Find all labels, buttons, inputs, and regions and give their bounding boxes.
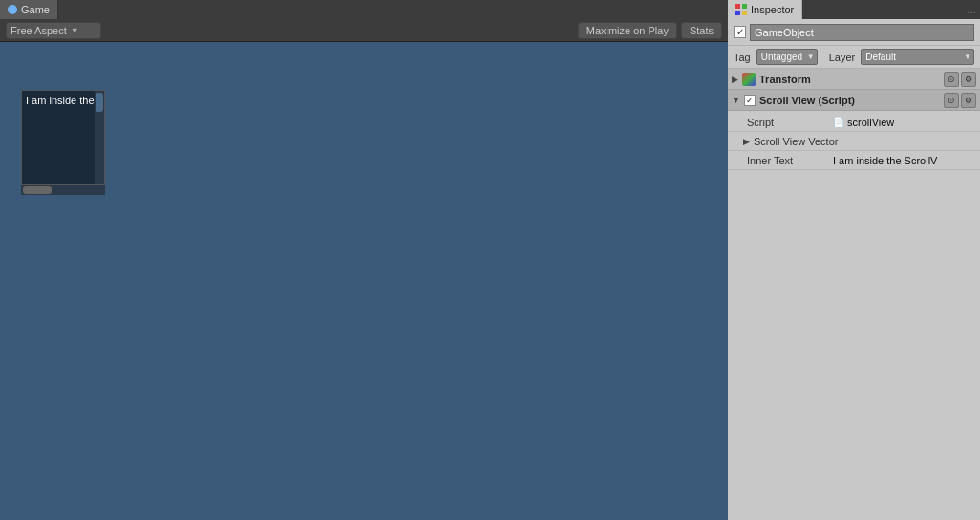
- scroll-thumb-vertical[interactable]: [96, 93, 103, 112]
- scroll-view-text: I am inside the: [22, 91, 104, 110]
- game-tab-bar: Game —: [0, 0, 728, 19]
- tag-label: Tag: [734, 52, 751, 63]
- transform-title: Transform: [759, 74, 944, 85]
- transform-reference-btn[interactable]: ⊙: [944, 72, 959, 87]
- layer-select-wrap: Default ▼: [861, 49, 974, 65]
- scroll-view-inner[interactable]: I am inside the: [21, 90, 105, 185]
- scrollview-component-header[interactable]: ▼ ✓ Scroll View (Script) ⊙ ⚙: [728, 90, 980, 111]
- inner-text-label: Inner Text: [747, 155, 833, 166]
- stats-button[interactable]: Stats: [681, 22, 722, 39]
- inspector-tab-controls: …: [967, 3, 980, 16]
- inspector-tab-label: Inspector: [751, 4, 794, 15]
- scroll-view-vector-row[interactable]: ▶ Scroll View Vector: [728, 132, 980, 151]
- scrollview-props: Script 📄 scrollView ▶ Scroll View Vector…: [728, 111, 980, 172]
- inner-text-value: I am inside the ScrollV: [833, 155, 972, 166]
- script-prop-value: 📄 scrollView: [833, 117, 972, 128]
- transform-buttons: ⊙ ⚙: [944, 72, 976, 87]
- aspect-arrow-icon: ▼: [71, 26, 79, 35]
- transform-component-header[interactable]: ▶ Transform ⊙ ⚙: [728, 69, 980, 90]
- gameobject-header: ✓: [728, 19, 980, 46]
- game-tab-minimize[interactable]: —: [707, 5, 724, 15]
- scroll-view-widget: I am inside the: [21, 90, 115, 205]
- game-tab-label: Game: [21, 4, 50, 15]
- scrollview-title: Scroll View (Script): [759, 95, 944, 106]
- scrollbar-vertical[interactable]: [95, 91, 104, 184]
- reference-icon: ⊙: [948, 75, 955, 84]
- script-prop-label: Script: [747, 117, 833, 128]
- checkbox-check-icon: ✓: [736, 27, 744, 37]
- aspect-select[interactable]: Free Aspect ▼: [6, 22, 101, 39]
- game-viewport: I am inside the: [0, 42, 728, 520]
- tag-select-wrap: Untagged ▼: [756, 49, 818, 65]
- transform-settings-btn[interactable]: ⚙: [961, 72, 976, 87]
- game-tab-icon: [8, 5, 17, 14]
- inner-text-row: Inner Text I am inside the ScrollV: [728, 151, 980, 170]
- script-file-icon: 📄: [833, 117, 844, 127]
- tab-controls: —: [707, 5, 728, 15]
- scrollbar-horizontal[interactable]: [21, 185, 105, 195]
- scrollview-buttons: ⊙ ⚙: [944, 93, 976, 108]
- tag-layer-row: Tag Untagged ▼ Layer Default ▼: [728, 46, 980, 69]
- scrollview-settings-icon: ⚙: [965, 96, 972, 105]
- gameobject-checkbox[interactable]: ✓: [734, 26, 746, 38]
- svg-rect-3: [742, 11, 747, 15]
- script-value-text: scrollView: [847, 117, 894, 128]
- settings-icon: ⚙: [965, 75, 972, 84]
- scroll-view-vector-arrow-icon: ▶: [743, 137, 750, 146]
- layer-label: Layer: [829, 52, 856, 63]
- gameobject-name-input[interactable]: [750, 24, 974, 41]
- svg-rect-1: [742, 4, 747, 9]
- scrollview-ref-icon: ⊙: [948, 96, 955, 105]
- svg-rect-0: [735, 4, 740, 9]
- aspect-label: Free Aspect: [11, 25, 67, 36]
- game-tab[interactable]: Game: [0, 0, 58, 19]
- tag-select[interactable]: Untagged: [756, 49, 818, 65]
- svg-rect-2: [735, 11, 740, 15]
- game-toolbar: Free Aspect ▼ Maximize on Play Stats: [0, 19, 728, 42]
- layer-select[interactable]: Default: [861, 49, 974, 65]
- scrollview-reference-btn[interactable]: ⊙: [944, 93, 959, 108]
- script-prop-row: Script 📄 scrollView: [728, 113, 980, 132]
- inspector-tab[interactable]: Inspector: [728, 0, 802, 19]
- scrollview-checkbox[interactable]: ✓: [744, 95, 756, 106]
- inspector-tab-bar: Inspector …: [728, 0, 980, 19]
- scrollview-check-icon: ✓: [746, 96, 754, 105]
- toolbar-right: Maximize on Play Stats: [578, 22, 722, 39]
- maximize-on-play-button[interactable]: Maximize on Play: [578, 22, 677, 39]
- scrollview-settings-btn[interactable]: ⚙: [961, 93, 976, 108]
- inspector-tab-minimize[interactable]: …: [967, 5, 976, 15]
- transform-color-icon: [742, 73, 756, 86]
- scroll-view-vector-label: Scroll View Vector: [754, 136, 838, 147]
- transform-collapse-arrow-icon: ▶: [732, 75, 738, 84]
- game-panel: Game — Free Aspect ▼ Maximize on Play St…: [0, 0, 728, 520]
- inspector-tab-icon: [735, 4, 747, 15]
- scrollview-collapse-arrow-icon: ▼: [732, 96, 740, 105]
- scroll-thumb-horizontal[interactable]: [23, 186, 52, 194]
- inspector-panel: Inspector … ✓ Tag Untagged ▼ Layer Defau…: [728, 0, 980, 520]
